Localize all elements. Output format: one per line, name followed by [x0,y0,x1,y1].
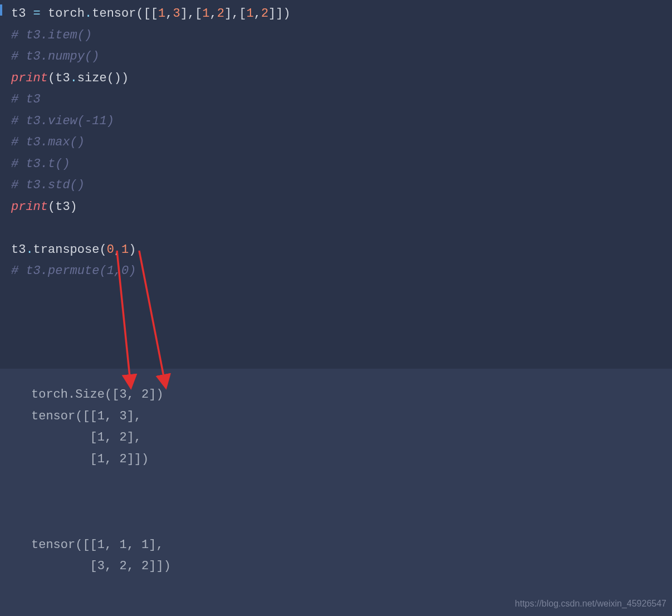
code-line[interactable]: # t3.permute(1,0) [11,261,672,282]
code-token: . [26,243,33,257]
code-token: 2 [261,7,268,21]
code-token: 1 [247,7,254,21]
code-token: (t3) [48,200,77,214]
code-token: ]]) [268,7,291,21]
code-comment: # t3.permute(1,0) [11,264,136,278]
code-token: 1 [121,243,129,257]
code-comment: # t3.numpy() [11,50,99,63]
code-token: = [33,7,41,21]
code-token: 2 [217,7,224,21]
code-line[interactable]: # t3.numpy() [11,46,672,68]
code-token: . [85,7,92,21]
code-line[interactable]: # t3.t() [11,154,672,175]
code-token: transpose( [33,243,107,257]
code-token: . [70,71,77,85]
output-line: [1, 2], [31,427,672,449]
code-token: 0 [107,243,114,257]
code-token: ],[ [224,7,247,21]
code-token: , [209,7,217,21]
code-comment: # t3.t() [11,157,70,171]
output-line: tensor([[1, 1, 1], [31,535,672,556]
output-line [31,513,672,535]
output-line: torch.Size([3, 2]) [31,384,672,406]
code-token: (t3 [48,71,70,85]
code-token: 1 [158,7,165,21]
code-comment: # t3.item() [11,28,92,42]
code-comment: # t3.std() [11,178,85,192]
code-line[interactable] [11,218,672,239]
code-token: torch [41,7,85,21]
code-line[interactable]: # t3.std() [11,175,672,197]
code-input-cell[interactable]: t3 = torch.tensor([[1,3],[1,2],[1,2]]) #… [0,0,672,369]
code-token: ) [129,243,136,257]
code-line[interactable]: # t3 [11,89,672,111]
output-line [31,492,672,514]
code-token: , [254,7,261,21]
code-token: tensor([[ [92,7,158,21]
code-token: , [165,7,173,21]
code-comment: # t3 [11,92,41,106]
output-line: [3, 2, 2]]) [31,556,672,578]
output-cell: torch.Size([3, 2]) tensor([[1, 3], [1, 2… [0,369,672,616]
output-line [31,470,672,492]
code-line[interactable]: print(t3) [11,197,672,218]
code-token: 1 [202,7,209,21]
code-line[interactable]: # t3.view(-11) [11,111,672,133]
code-comment: # t3.view(-11) [11,114,114,128]
code-line[interactable]: print(t3.size()) [11,68,672,90]
code-comment: # t3.max() [11,135,85,149]
code-token: ],[ [180,7,203,21]
code-line[interactable]: # t3.max() [11,132,672,154]
code-line[interactable]: t3 = torch.tensor([[1,3],[1,2],[1,2]]) [11,3,672,25]
code-token: size()) [77,71,129,85]
code-token: print [11,71,48,85]
code-token: t3 [11,7,33,21]
code-token: 3 [173,7,180,21]
code-token: print [11,200,48,214]
watermark-text: https://blog.csdn.net/weixin_45926547 [515,596,666,612]
code-line[interactable]: t3.transpose(0,1) [11,239,672,261]
code-token: t3 [11,243,26,257]
output-line: [1, 2]]) [31,449,672,471]
code-token: , [114,243,121,257]
output-line: tensor([[1, 3], [31,406,672,428]
code-line[interactable]: # t3.item() [11,25,672,47]
